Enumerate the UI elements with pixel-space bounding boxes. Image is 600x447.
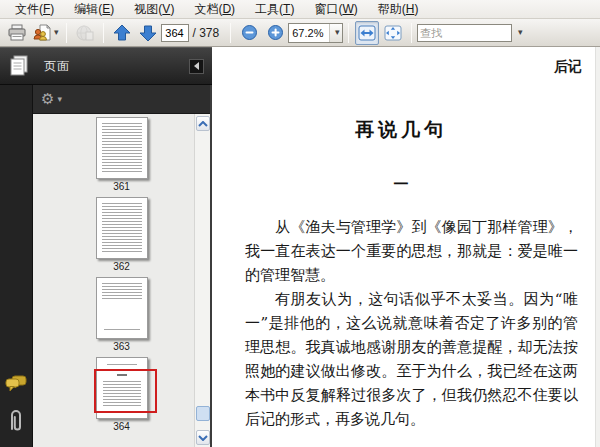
next-page-button[interactable] — [136, 21, 160, 45]
thumbnail-page[interactable] — [96, 117, 148, 179]
thumbnail-scrollbar[interactable] — [194, 114, 210, 447]
collaborate-icon — [32, 24, 52, 42]
thumbnail-list: 361362363364 — [33, 114, 210, 447]
navigation-sidebar: 页面 — [0, 47, 212, 447]
thumbnail-content — [104, 329, 140, 330]
thumbnail-page-number: 364 — [113, 421, 130, 432]
toolbar-separator — [348, 23, 349, 43]
chevron-left-icon — [194, 62, 199, 70]
pages-panel-title: 页面 — [44, 58, 70, 75]
content-area: 页面 — [0, 47, 600, 447]
arrow-down-icon — [139, 24, 157, 42]
text-line: 从《渔夫与管理学》到《像园丁那样管理》， — [245, 215, 578, 239]
find-box: ▾ — [417, 24, 526, 42]
fit-page-icon — [384, 25, 402, 41]
chapter-title: 再说几句 — [212, 117, 590, 143]
printer-icon — [7, 24, 27, 42]
menu-item[interactable]: 编辑(E) — [65, 0, 123, 19]
plus-circle-icon — [267, 24, 284, 41]
document-view[interactable]: 后记 再说几句 一 从《渔夫与管理学》到《像园丁那样管理》，我一直在表达一个重要… — [212, 47, 600, 447]
pages-icon — [8, 54, 30, 78]
page-thumbnail[interactable]: 364 — [33, 357, 210, 432]
running-head: 后记 — [554, 58, 582, 76]
share-button-disabled[interactable] — [73, 21, 97, 45]
thumbnail-content — [102, 283, 142, 299]
toolbar-separator — [230, 23, 231, 43]
gear-icon[interactable]: ⚙ — [41, 90, 54, 108]
menu-item[interactable]: 视图(V) — [125, 0, 183, 19]
text-line: 后记的形式，再多说几句。 — [245, 407, 578, 431]
menu-item[interactable]: 窗口(W) — [305, 0, 366, 19]
thumbnail-content — [102, 123, 142, 172]
scroll-up-button[interactable] — [196, 116, 210, 131]
toolbar-separator — [103, 23, 104, 43]
arrow-up-icon — [113, 24, 131, 42]
page-thumbnail[interactable]: 361 — [33, 117, 210, 192]
chevron-down-icon: ▾ — [54, 28, 59, 37]
page-thumbnail[interactable]: 363 — [33, 277, 210, 352]
comments-icon[interactable] — [5, 375, 27, 393]
document-scrollbar[interactable] — [595, 47, 600, 447]
pages-panel: ⚙ ▾ 361362363364 — [33, 85, 212, 447]
thumbnail-content — [107, 364, 137, 365]
text-line: 的管理智慧。 — [245, 263, 578, 287]
thumbnail-options-bar: ⚙ ▾ — [33, 85, 210, 114]
text-line: 我一直在表达一个重要的思想，那就是：爱是唯一 — [245, 239, 578, 263]
page-total-label: / 378 — [193, 26, 220, 40]
print-button[interactable] — [5, 21, 29, 45]
previous-page-button[interactable] — [110, 21, 134, 45]
thumbnail-page[interactable] — [96, 197, 148, 259]
minus-circle-icon — [241, 24, 258, 41]
menu-bar: 文件(F)编辑(E)视图(V)文档(D)工具(T)窗口(W)帮助(H) — [0, 0, 600, 19]
page-number-input[interactable] — [161, 24, 189, 42]
text-line: 一”是排他的，这么说就意味着否定了许多别的管 — [245, 311, 578, 335]
zoom-level-value: 67.2% — [289, 27, 329, 39]
thumbnail-page-number: 363 — [113, 341, 130, 352]
scroll-down-button[interactable] — [196, 430, 210, 445]
thumbnail-page-number: 361 — [113, 181, 130, 192]
thumbnail-content — [102, 203, 142, 252]
pdf-reader-window: 文件(F)编辑(E)视图(V)文档(D)工具(T)窗口(W)帮助(H) — [0, 0, 600, 447]
thumbnail-page[interactable] — [96, 357, 148, 419]
thumbnail-page[interactable] — [96, 277, 148, 339]
zoom-in-button[interactable] — [263, 21, 287, 45]
section-marker: 一 — [212, 175, 590, 194]
fit-width-button[interactable] — [355, 21, 379, 45]
chevron-down-icon[interactable]: ▾ — [57, 94, 62, 104]
thumbnail-page-number: 362 — [113, 261, 130, 272]
collapse-panel-button[interactable] — [189, 59, 204, 74]
collaborate-button[interactable]: ▾ — [31, 21, 60, 45]
menu-item[interactable]: 文件(F) — [6, 0, 63, 19]
text-line: 理思想。我真诚地感谢朋友的善意提醒，却无法按 — [245, 335, 578, 359]
find-input[interactable] — [417, 24, 512, 42]
globe-icon — [75, 24, 95, 42]
chevron-down-icon[interactable]: ▾ — [512, 24, 526, 42]
panel-tab-strip — [0, 85, 33, 447]
attachments-paperclip-icon[interactable] — [7, 409, 25, 433]
page-thumbnail[interactable]: 362 — [33, 197, 210, 272]
chevron-down-icon[interactable]: ▾ — [329, 24, 342, 42]
scrollbar-thumb[interactable] — [196, 406, 210, 421]
text-line: 照她的建议做出修改。至于为什么，我已经在这两 — [245, 359, 578, 383]
text-line: 本书中反复解释过很多次了，但我仍然忍不住要以 — [245, 383, 578, 407]
zoom-level-combo[interactable]: 67.2% ▾ — [288, 23, 343, 43]
menu-item[interactable]: 帮助(H) — [369, 0, 428, 19]
fit-page-button[interactable] — [381, 21, 405, 45]
toolbar-separator — [411, 23, 412, 43]
text-line: 有朋友认为，这句话似乎不太妥当。因为“唯 — [245, 287, 578, 311]
current-view-rectangle[interactable] — [94, 369, 157, 413]
toolbar-separator — [66, 23, 67, 43]
pages-panel-header: 页面 — [0, 47, 212, 85]
menu-item[interactable]: 工具(T) — [246, 0, 303, 19]
fit-width-icon — [358, 25, 376, 41]
menu-item[interactable]: 文档(D) — [185, 0, 244, 19]
toolbar: ▾ — [0, 19, 600, 47]
body-text: 从《渔夫与管理学》到《像园丁那样管理》，我一直在表达一个重要的思想，那就是：爱是… — [245, 215, 578, 431]
zoom-out-button[interactable] — [237, 21, 261, 45]
